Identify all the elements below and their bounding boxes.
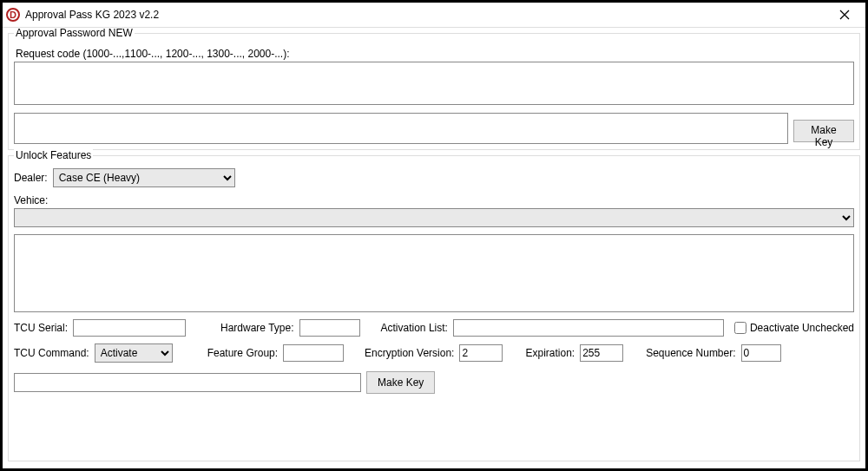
client-area: Approval Password NEW Request code (1000… — [3, 28, 865, 468]
make-key-button-top[interactable]: Make Key — [793, 120, 854, 142]
group-unlock-features: Unlock Features Dealer: Case CE (Heavy) … — [8, 155, 860, 461]
approval-key-output[interactable] — [14, 113, 788, 144]
feature-group-label: Feature Group: — [207, 347, 278, 359]
expiration-input[interactable] — [580, 344, 623, 362]
encryption-version-label: Encryption Version: — [365, 347, 454, 359]
activation-list-input[interactable] — [453, 319, 724, 337]
dealer-label: Dealer: — [14, 172, 48, 184]
activation-list-label: Activation List: — [381, 322, 448, 334]
tcu-command-label: TCU Command: — [14, 347, 89, 359]
close-icon — [839, 10, 850, 20]
tcu-serial-label: TCU Serial: — [14, 322, 68, 334]
request-code-input[interactable] — [14, 62, 854, 105]
close-button[interactable] — [827, 3, 862, 27]
tcu-command-select[interactable]: Activate — [95, 343, 173, 363]
make-key-button-bottom[interactable]: Make Key — [366, 371, 435, 394]
deactivate-unchecked-checkbox[interactable]: Deactivate Unchecked — [734, 322, 854, 334]
window-title: Approval Pass KG 2023 v2.2 — [25, 9, 827, 21]
unlock-key-output[interactable] — [14, 373, 361, 392]
unlock-output-text[interactable] — [14, 234, 854, 312]
feature-group-input[interactable] — [283, 344, 344, 362]
group-approval-password: Approval Password NEW Request code (1000… — [8, 33, 860, 150]
vehicle-label: Vehice: — [14, 194, 854, 206]
deactivate-unchecked-input[interactable] — [734, 322, 746, 334]
hardware-type-label: Hardware Type: — [220, 322, 294, 334]
group-approval-password-legend: Approval Password NEW — [14, 28, 135, 39]
deactivate-unchecked-label: Deactivate Unchecked — [750, 322, 854, 334]
group-unlock-features-legend: Unlock Features — [14, 149, 93, 161]
sequence-number-input[interactable] — [741, 344, 781, 362]
app-icon: D — [6, 8, 20, 22]
app-window: D Approval Pass KG 2023 v2.2 Approval Pa… — [2, 2, 866, 469]
tcu-serial-input[interactable] — [73, 319, 186, 337]
encryption-version-input[interactable] — [459, 344, 503, 362]
dealer-select[interactable]: Case CE (Heavy) — [53, 168, 235, 187]
request-code-label: Request code (1000-...,1100-..., 1200-..… — [16, 48, 854, 60]
sequence-number-label: Sequence Number: — [646, 347, 735, 359]
expiration-label: Expiration: — [525, 347, 575, 359]
titlebar: D Approval Pass KG 2023 v2.2 — [3, 3, 865, 28]
hardware-type-input[interactable] — [299, 319, 360, 337]
vehicle-select[interactable] — [14, 208, 854, 227]
